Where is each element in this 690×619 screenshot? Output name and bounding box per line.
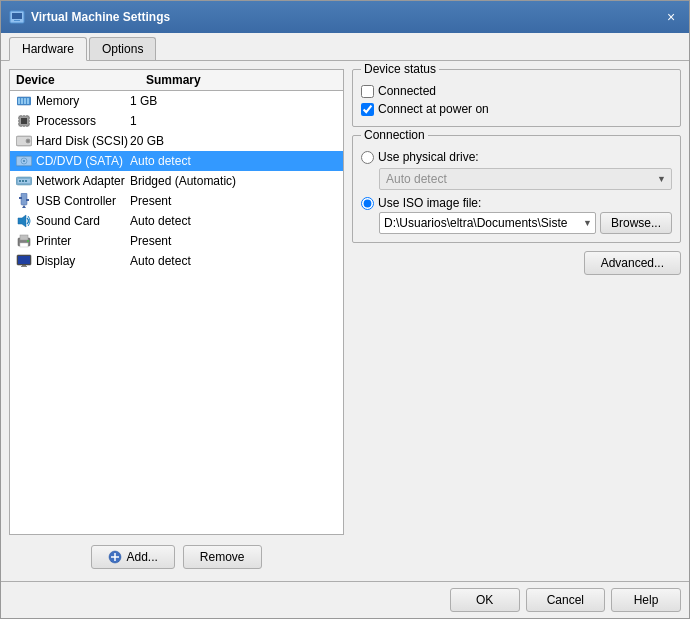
- row-device-name: USB Controller: [36, 194, 116, 208]
- row-summary: Bridged (Automatic): [130, 174, 337, 188]
- row-summary: 20 GB: [130, 134, 337, 148]
- remove-button[interactable]: Remove: [183, 545, 262, 569]
- tabs-bar: Hardware Options: [1, 33, 689, 61]
- table-row[interactable]: Display Auto detect: [10, 251, 343, 271]
- window-title: Virtual Machine Settings: [31, 10, 170, 24]
- row-name: Memory: [16, 93, 130, 109]
- row-device-name: Hard Disk (SCSI): [36, 134, 128, 148]
- svg-point-29: [23, 160, 25, 162]
- svg-rect-40: [20, 235, 28, 240]
- row-name: Display: [16, 253, 130, 269]
- use-physical-radio[interactable]: [361, 151, 374, 164]
- right-panel: Device status Connected Connect at power…: [352, 69, 681, 573]
- use-iso-radio[interactable]: [361, 197, 374, 210]
- advanced-button-row: Advanced...: [352, 251, 681, 275]
- connected-row: Connected: [361, 82, 672, 100]
- ok-button[interactable]: OK: [450, 588, 520, 612]
- connected-label: Connected: [378, 84, 436, 98]
- svg-rect-1: [12, 13, 22, 19]
- table-header: Device Summary: [10, 70, 343, 91]
- iso-input-row: D:\Usuarios\eltra\Documents\Siste Browse…: [379, 212, 672, 234]
- network-icon: [16, 173, 32, 189]
- device-status-group: Device status Connected Connect at power…: [352, 69, 681, 127]
- connected-checkbox[interactable]: [361, 85, 374, 98]
- virtual-machine-settings-window: Virtual Machine Settings × Hardware Opti…: [0, 0, 690, 619]
- svg-rect-9: [21, 118, 27, 124]
- connection-group-label: Connection: [361, 128, 428, 142]
- connection-content: Use physical drive: Auto detect Use ISO …: [361, 148, 672, 234]
- spacer: [352, 283, 681, 573]
- table-row[interactable]: Sound Card Auto detect: [10, 211, 343, 231]
- svg-rect-7: [27, 98, 29, 104]
- add-icon: [108, 550, 122, 564]
- physical-drive-select-wrapper: Auto detect: [379, 168, 672, 190]
- use-iso-row: Use ISO image file:: [361, 194, 672, 212]
- row-name: USB Controller: [16, 193, 130, 209]
- add-button[interactable]: Add...: [91, 545, 174, 569]
- tab-options[interactable]: Options: [89, 37, 156, 60]
- advanced-button[interactable]: Advanced...: [584, 251, 681, 275]
- title-bar-left: Virtual Machine Settings: [9, 9, 170, 25]
- help-button[interactable]: Help: [611, 588, 681, 612]
- use-physical-label: Use physical drive:: [378, 150, 479, 164]
- table-row[interactable]: Hard Disk (SCSI) 20 GB: [10, 131, 343, 151]
- usb-icon: [16, 193, 32, 209]
- connect-power-row: Connect at power on: [361, 100, 672, 118]
- iso-path-select[interactable]: D:\Usuarios\eltra\Documents\Siste: [379, 212, 596, 234]
- table-row[interactable]: USB Controller Present: [10, 191, 343, 211]
- close-button[interactable]: ×: [661, 7, 681, 27]
- svg-rect-33: [22, 180, 24, 182]
- printer-icon: [16, 233, 32, 249]
- svg-rect-44: [18, 256, 30, 264]
- row-name: Printer: [16, 233, 130, 249]
- use-iso-label: Use ISO image file:: [378, 196, 481, 210]
- svg-marker-38: [18, 215, 26, 227]
- left-panel: Device Summary Memory 1 GB: [9, 69, 344, 573]
- svg-rect-4: [18, 98, 20, 104]
- window-icon: [9, 9, 25, 25]
- svg-rect-5: [21, 98, 23, 104]
- row-device-name: Sound Card: [36, 214, 100, 228]
- device-status-content: Connected Connect at power on: [361, 82, 672, 118]
- browse-button[interactable]: Browse...: [600, 212, 672, 234]
- connect-power-checkbox[interactable]: [361, 103, 374, 116]
- row-name: Network Adapter: [16, 173, 130, 189]
- table-row-cddvd[interactable]: CD/DVD (SATA) Auto detect: [10, 151, 343, 171]
- physical-drive-select[interactable]: Auto detect: [379, 168, 672, 190]
- bottom-bar: OK Cancel Help: [1, 581, 689, 618]
- svg-rect-6: [24, 98, 26, 104]
- table-row[interactable]: Printer Present: [10, 231, 343, 251]
- table-row[interactable]: Network Adapter Bridged (Automatic): [10, 171, 343, 191]
- tab-hardware[interactable]: Hardware: [9, 37, 87, 61]
- row-name: Sound Card: [16, 213, 130, 229]
- connect-power-label: Connect at power on: [378, 102, 489, 116]
- row-summary: Auto detect: [130, 254, 337, 268]
- cddvd-icon: [16, 153, 32, 169]
- display-icon: [16, 253, 32, 269]
- main-content: Device Summary Memory 1 GB: [1, 61, 689, 581]
- table-row[interactable]: Processors 1: [10, 111, 343, 131]
- svg-rect-36: [19, 197, 22, 199]
- row-name: Processors: [16, 113, 130, 129]
- row-summary: Present: [130, 194, 337, 208]
- iso-path-wrapper: D:\Usuarios\eltra\Documents\Siste: [379, 212, 596, 234]
- cancel-button[interactable]: Cancel: [526, 588, 605, 612]
- row-device-name: Network Adapter: [36, 174, 125, 188]
- row-summary: Auto detect: [130, 214, 337, 228]
- svg-rect-32: [19, 180, 21, 182]
- row-device-name: Display: [36, 254, 75, 268]
- memory-icon: [16, 93, 32, 109]
- device-status-label: Device status: [361, 62, 439, 76]
- col-summary-header: Summary: [146, 73, 337, 87]
- row-summary: 1 GB: [130, 94, 337, 108]
- sound-icon: [16, 213, 32, 229]
- svg-rect-41: [20, 243, 28, 247]
- row-name: Hard Disk (SCSI): [16, 133, 130, 149]
- row-device-name: Printer: [36, 234, 71, 248]
- row-summary: Auto detect: [130, 154, 337, 168]
- connection-group: Connection Use physical drive: Auto dete…: [352, 135, 681, 243]
- table-row[interactable]: Memory 1 GB: [10, 91, 343, 111]
- row-device-name: CD/DVD (SATA): [36, 154, 123, 168]
- svg-rect-34: [25, 180, 27, 182]
- cpu-icon: [16, 113, 32, 129]
